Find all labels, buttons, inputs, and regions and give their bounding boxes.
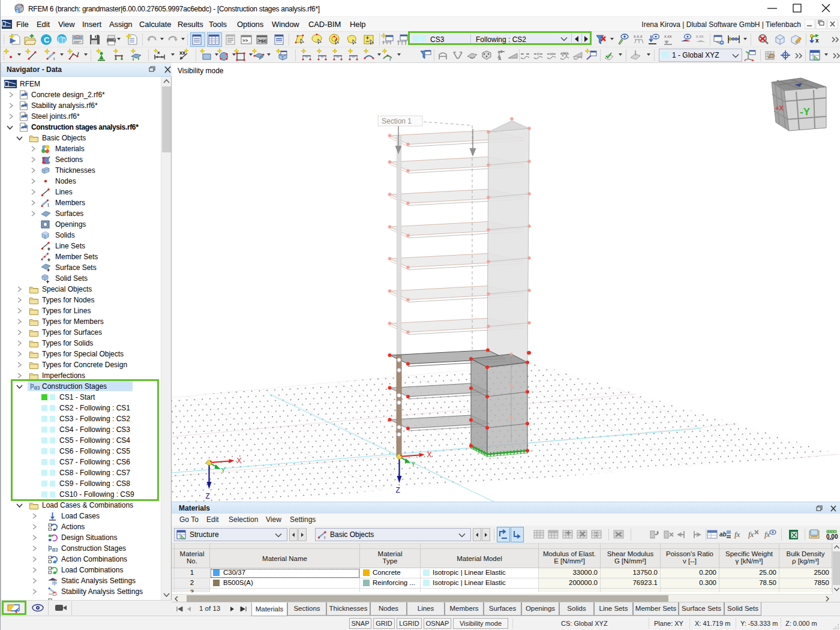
svg-text:x: x [815, 37, 819, 44]
svg-text:+X: +X [775, 104, 784, 112]
svg-text:Y: Y [412, 461, 416, 468]
svg-text:0.00: 0.00 [826, 533, 838, 540]
svg-text:fx: fx [748, 530, 754, 539]
svg-text:>>_: >>_ [242, 38, 251, 43]
svg-text:C: C [44, 35, 50, 44]
svg-text:Ad: Ad [49, 592, 52, 596]
svg-text:Z: Z [396, 486, 400, 494]
svg-text:6: 6 [16, 9, 19, 13]
svg-text:fx: fx [764, 530, 770, 539]
svg-text:x.xx: x.xx [696, 34, 704, 38]
svg-text:I: I [47, 203, 49, 208]
svg-text:ab: ab [719, 531, 727, 538]
svg-text:X: X [427, 451, 432, 459]
svg-text:I: I [324, 535, 326, 539]
svg-text:x.x.x: x.x.x [634, 34, 643, 38]
svg-text:Z: Z [206, 492, 210, 500]
svg-text:X: X [237, 457, 242, 465]
svg-text:x.xx: x.xx [664, 34, 672, 38]
svg-text:I: I [53, 56, 55, 61]
svg-text:fx: fx [734, 530, 740, 539]
svg-text:Section 1: Section 1 [382, 117, 412, 125]
svg-text:>sc: >sc [258, 38, 267, 44]
svg-text:-Y: -Y [800, 106, 811, 118]
svg-text:Y: Y [221, 467, 226, 474]
